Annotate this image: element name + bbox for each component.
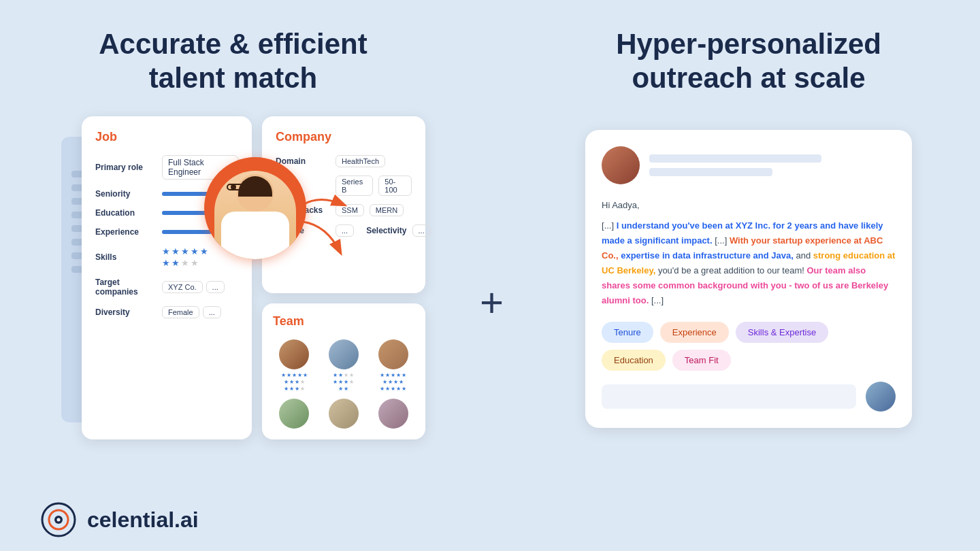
recipient-avatar [602, 146, 640, 184]
member3-avatar [378, 339, 408, 369]
team-member-2: ★★★★ ★★★★ ★★ [323, 339, 365, 392]
email-body: Hi Aadya, [...] I understand you've been… [602, 198, 896, 309]
left-section: Accurate & efficient talent match [41, 27, 425, 475]
team-member-1: ★★★★★ ★★★★ ★★★★ [273, 339, 316, 392]
experience-tag: Experience [660, 322, 729, 343]
job-card-title: Job [95, 130, 238, 144]
tenure-tag: Tenure [602, 322, 653, 343]
right-section: Hyper-personalized outreach at scale Hi … [558, 27, 939, 475]
svg-point-3 [57, 518, 61, 522]
member1-avatar [279, 339, 309, 369]
footer: celential.ai [0, 488, 980, 551]
team-card: Team ★★★★★ ★★★★ ★★★★ [262, 303, 425, 439]
member4-avatar [279, 399, 309, 429]
plus-divider: + [466, 129, 517, 475]
team-member-3: ★★★★★ ★★★★ ★★★★★ [372, 339, 414, 392]
skills-tag: Skills & Expertise [736, 322, 828, 343]
sender-avatar [866, 382, 896, 412]
diversity-row: Diversity Female ... [95, 306, 238, 318]
header-placeholder-lines [649, 154, 896, 176]
member2-avatar [329, 339, 359, 369]
main-cards: Job Primary role Full Stack Engineer Sen… [82, 116, 425, 439]
member5-avatar [329, 399, 359, 429]
education-tag: Education [602, 350, 666, 371]
outreach-footer [602, 382, 896, 412]
team-member-5 [323, 399, 365, 429]
member6-avatar [378, 399, 408, 429]
team-fit-tag: Team Fit [672, 350, 731, 371]
team-card-title: Team [273, 314, 414, 329]
celential-logo-icon [41, 502, 76, 537]
category-tags: Tenure Experience Skills & Expertise Edu… [602, 322, 896, 371]
matching-arrow [299, 191, 354, 221]
person-overlay [204, 157, 313, 293]
talent-match-cards: Job Primary role Full Stack Engineer Sen… [41, 116, 425, 439]
right-title: Hyper-personalized outreach at scale [616, 27, 881, 96]
team-member-6 [372, 399, 414, 429]
outreach-header [602, 146, 896, 184]
left-title: Accurate & efficient talent match [99, 27, 367, 96]
skills-stars: ★★★★★ ★★★★ [162, 246, 208, 268]
reply-input-placeholder [602, 384, 856, 409]
matching-arrow-2 [299, 218, 347, 262]
company-card-title: Company [276, 130, 412, 144]
team-members-grid: ★★★★★ ★★★★ ★★★★ ★★★★ ★★★★ [273, 339, 414, 429]
logo-text: celential.ai [87, 507, 199, 533]
team-member-4 [273, 399, 316, 429]
outreach-card: Hi Aadya, [...] I understand you've been… [585, 130, 912, 429]
